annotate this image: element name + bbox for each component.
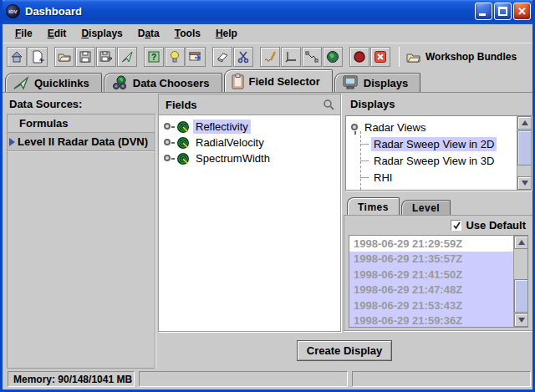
display-radar-sweep-2d[interactable]: Radar Sweep View in 2D <box>346 135 517 152</box>
close-button[interactable]: ✕ <box>513 3 531 20</box>
scroll-up-button[interactable] <box>517 116 532 130</box>
time-item[interactable]: 1998-06-29 21:53:43Z <box>349 298 513 313</box>
open-bundle-icon <box>58 50 71 64</box>
tree-expanded-handle-icon[interactable] <box>351 123 360 132</box>
new-bundle-button[interactable] <box>28 47 48 67</box>
minimize-button[interactable] <box>475 3 492 20</box>
time-item[interactable]: 1998-06-29 21:35:57Z <box>349 252 513 267</box>
displays-tree: Radar Views Radar Sweep View in 2D Radar… <box>346 116 517 190</box>
times-level-tabbar: Times Level <box>347 197 452 216</box>
window-title: Dashboard <box>25 5 473 18</box>
tab-data-choosers[interactable]: Data Choosers <box>104 73 222 92</box>
create-display-button[interactable]: Create Display <box>297 340 392 361</box>
titlebar[interactable]: IDV Dashboard ✕ <box>0 0 535 24</box>
axis-button[interactable] <box>281 47 301 67</box>
time-item[interactable]: 1998-06-29 21:41:50Z <box>349 267 513 283</box>
fields-header: Fields <box>159 94 340 115</box>
use-default-checkbox[interactable] <box>451 220 461 231</box>
tree-collapsed-handle-icon[interactable] <box>164 138 173 147</box>
tree-collapsed-handle-icon[interactable] <box>164 154 173 163</box>
menu-file[interactable]: File <box>8 26 40 41</box>
scrollbar-thumb[interactable] <box>514 279 528 313</box>
use-default-checkbox-row[interactable]: Use Default <box>451 219 526 232</box>
field-reflectivity[interactable]: Reflectivity <box>164 119 340 135</box>
memory-status: Memory: 90/148/1041 MB <box>8 371 135 387</box>
time-item[interactable]: 1998-06-29 21:47:48Z <box>349 283 513 298</box>
menu-tools[interactable]: Tools <box>167 26 208 41</box>
cut-icon <box>237 50 250 64</box>
menu-data[interactable]: Data <box>130 26 167 41</box>
display-window-button[interactable] <box>186 47 206 67</box>
arrow-down-icon <box>522 181 528 186</box>
stop-load-button[interactable] <box>349 47 369 67</box>
scroll-down-button[interactable] <box>517 176 532 190</box>
time-item[interactable]: 1998-06-29 21:59:36Z <box>349 313 513 328</box>
tab-level[interactable]: Level <box>401 200 451 216</box>
field-radial-velocity[interactable]: RadialVelocity <box>164 135 340 150</box>
tab-quicklinks[interactable]: Quicklinks <box>5 73 102 92</box>
time-item[interactable]: 1998-06-29 21:29:59Z <box>349 236 513 252</box>
new-bundle-icon <box>31 50 44 64</box>
workshop-bundles[interactable]: Workshop Bundles <box>406 51 517 63</box>
menu-displays[interactable]: Displays <box>74 26 130 41</box>
fields-panel: Fields Reflectivity RadialVelocity Spect… <box>158 94 341 332</box>
scroll-up-button[interactable] <box>514 236 528 249</box>
scrollbar-thumb[interactable] <box>517 130 532 165</box>
data-source-formulas[interactable]: Formulas <box>8 115 155 133</box>
tab-field-selector[interactable]: Field Selector <box>224 69 333 92</box>
cancel-button[interactable] <box>370 47 390 67</box>
eraser-button[interactable] <box>212 47 232 67</box>
menu-edit[interactable]: Edit <box>40 26 74 41</box>
globe-button[interactable] <box>323 47 343 67</box>
radar-field-icon <box>176 152 190 165</box>
home-button[interactable] <box>7 47 27 67</box>
field-spectrum-width[interactable]: SpectrumWidth <box>164 150 340 166</box>
field-label: Reflectivity <box>193 120 251 134</box>
quicklinks-icon <box>120 50 134 64</box>
open-bundle-button[interactable] <box>54 47 74 67</box>
save-button[interactable] <box>75 47 95 67</box>
search-icon[interactable] <box>323 99 335 111</box>
tab-displays[interactable]: Displays <box>334 73 420 92</box>
close-icon: ✕ <box>514 3 530 19</box>
edit-button[interactable] <box>260 47 280 67</box>
cut-button[interactable] <box>233 47 253 67</box>
display-group-radar-views[interactable]: Radar Views <box>346 119 517 135</box>
time-label: 1998-06-29 21:35:57Z <box>354 252 462 265</box>
display-radar-sweep-3d[interactable]: Radar Sweep View in 3D <box>346 152 517 169</box>
radar-field-icon <box>176 136 190 150</box>
svg-text:?: ? <box>151 53 156 62</box>
displays-tree-box: Radar Views Radar Sweep View in 2D Radar… <box>345 115 532 191</box>
save-as-button[interactable] <box>96 47 116 67</box>
draw-line-button[interactable] <box>302 47 322 67</box>
tab-label: Displays <box>364 77 408 89</box>
time-label: 1998-06-29 21:29:59Z <box>354 237 462 250</box>
toolbar-separator <box>399 47 400 67</box>
tab-times[interactable]: Times <box>347 197 400 216</box>
statusbar: Memory: 90/148/1041 MB <box>3 369 532 389</box>
menu-help[interactable]: Help <box>208 26 245 41</box>
data-sources-list: Formulas Level II Radar Data (DVN) <box>7 114 155 369</box>
home-icon <box>10 50 23 64</box>
fields-title: Fields <box>166 99 323 111</box>
data-source-level2-radar[interactable]: Level II Radar Data (DVN) <box>8 133 155 151</box>
dashboard-window: IDV Dashboard ✕ File Edit Displays Data … <box>0 0 535 392</box>
maximize-button[interactable] <box>494 3 512 20</box>
tree-collapsed-handle-icon[interactable] <box>164 122 173 131</box>
data-chooser-help-button[interactable]: ? <box>144 47 164 67</box>
quicklinks-button[interactable] <box>117 47 137 67</box>
times-panel: Use Default 1998-06-29 21:29:59Z 1998-06… <box>344 215 533 331</box>
display-cappi[interactable]: CAPPI <box>346 186 517 190</box>
data-source-label: Formulas <box>19 117 69 130</box>
time-label: 1998-06-29 21:47:48Z <box>354 283 462 296</box>
times-scrollbar[interactable] <box>513 236 527 327</box>
display-label: RHI <box>371 171 395 185</box>
display-rhi[interactable]: RHI <box>346 169 517 186</box>
arrow-up-icon <box>518 240 525 245</box>
tips-button[interactable] <box>165 47 185 67</box>
scroll-down-button[interactable] <box>514 313 528 327</box>
displays-header: Displays <box>350 98 395 110</box>
status-message-box <box>139 371 348 387</box>
displays-scrollbar[interactable] <box>517 116 531 190</box>
selected-arrow-icon <box>9 138 15 146</box>
